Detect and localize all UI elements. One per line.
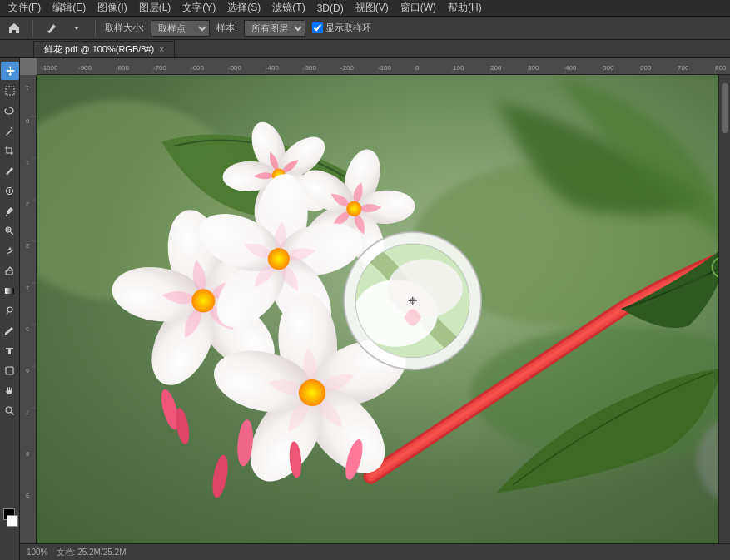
svg-text:-900: -900	[78, 64, 92, 72]
home-icon[interactable]	[5, 19, 23, 37]
menu-file[interactable]: 文件(F)	[3, 0, 46, 17]
svg-point-9	[6, 407, 12, 413]
eyedropper-tool[interactable]	[1, 161, 19, 180]
main-area: -1000 -900 -800 -700 -600 -500 -400 -300…	[0, 58, 730, 560]
sample-label: 样本:	[216, 22, 237, 34]
divider2	[95, 20, 96, 37]
zoom-tool[interactable]	[1, 401, 19, 419]
svg-text:3: 3	[26, 243, 29, 249]
scrollbar-thumb-v[interactable]	[722, 83, 728, 133]
svg-text:-600: -600	[191, 64, 205, 72]
svg-point-2	[7, 173, 8, 175]
history-brush-tool[interactable]	[1, 241, 19, 260]
svg-text:-300: -300	[303, 64, 317, 72]
show-ring-label: 显示取样环	[325, 22, 371, 34]
svg-point-0	[48, 31, 50, 32]
svg-text:1: 1	[26, 160, 29, 166]
tab-close-button[interactable]: ×	[159, 45, 164, 54]
svg-rect-5	[6, 270, 12, 275]
svg-text:400: 400	[565, 64, 577, 72]
gradient-tool[interactable]	[1, 281, 19, 300]
eyedropper-icon[interactable]	[42, 19, 61, 37]
options-toggle-icon[interactable]	[67, 19, 86, 37]
size-label: 取样大小:	[105, 22, 144, 34]
svg-text:100: 100	[453, 64, 464, 72]
canvas-area: -1000 -900 -800 -700 -600 -500 -400 -300…	[20, 58, 730, 560]
show-ring-checkbox[interactable]	[312, 22, 323, 33]
svg-text:-1: -1	[26, 85, 31, 91]
svg-text:6: 6	[26, 368, 29, 374]
menu-image[interactable]: 图像(I)	[92, 0, 132, 17]
magic-wand-tool[interactable]	[1, 121, 19, 140]
menu-filter[interactable]: 滤镜(T)	[267, 0, 310, 17]
svg-text:600: 600	[640, 64, 652, 72]
divider	[32, 20, 33, 37]
svg-text:-400: -400	[266, 64, 280, 72]
status-bar: 100% 文档: 25.2M/25.2M	[20, 543, 730, 560]
svg-text:5: 5	[26, 326, 29, 332]
color-swatch[interactable]	[2, 508, 18, 535]
menu-text[interactable]: 文字(Y)	[177, 0, 221, 17]
svg-text:800: 800	[715, 64, 727, 72]
background-color[interactable]	[7, 515, 18, 527]
show-ring-wrap: 显示取样环	[312, 22, 371, 34]
svg-text:7: 7	[26, 409, 29, 415]
zoom-level: 100%	[27, 548, 48, 557]
sample-select[interactable]: 所有图层 当前图层	[244, 20, 305, 37]
menu-3d[interactable]: 3D(D)	[312, 1, 349, 16]
size-select[interactable]: 取样点 3×3平均 5×5平均	[151, 20, 210, 37]
heal-tool[interactable]	[1, 181, 19, 200]
lasso-tool[interactable]	[1, 102, 19, 120]
move-tool[interactable]	[1, 62, 19, 80]
dodge-tool[interactable]	[1, 301, 19, 320]
crop-tool[interactable]	[1, 141, 19, 160]
vertical-ruler: -1 0 1 2 3 4 5 6 7 8 9	[20, 75, 37, 560]
svg-text:2: 2	[26, 201, 29, 207]
svg-text:500: 500	[603, 64, 614, 72]
options-bar: 取样大小: 取样点 3×3平均 5×5平均 样本: 所有图层 当前图层 显示取样…	[0, 17, 730, 40]
svg-text:-700: -700	[153, 64, 167, 72]
svg-text:9: 9	[26, 493, 29, 498]
left-toolbar	[0, 58, 20, 560]
menu-select[interactable]: 选择(S)	[222, 0, 266, 17]
svg-text:4: 4	[26, 285, 29, 290]
svg-text:200: 200	[490, 64, 502, 72]
image-canvas	[37, 75, 730, 543]
svg-point-7	[7, 307, 12, 312]
svg-text:8: 8	[26, 451, 29, 457]
shape-tool[interactable]	[1, 361, 19, 379]
hand-tool[interactable]	[1, 381, 19, 399]
menu-bar: 文件(F) 编辑(E) 图像(I) 图层(L) 文字(Y) 选择(S) 滤镜(T…	[0, 0, 730, 17]
svg-text:-800: -800	[116, 64, 130, 72]
svg-rect-6	[5, 288, 14, 294]
horizontal-ruler: -1000 -900 -800 -700 -600 -500 -400 -300…	[37, 58, 730, 75]
svg-text:300: 300	[528, 64, 539, 72]
svg-text:0: 0	[26, 118, 29, 124]
svg-point-112	[388, 259, 463, 317]
document-tab[interactable]: 鲜花.pdf @ 100%(RGB/8#) ×	[33, 41, 175, 57]
menu-edit[interactable]: 编辑(E)	[47, 0, 91, 17]
svg-text:0: 0	[415, 64, 420, 72]
svg-text:-100: -100	[378, 64, 392, 72]
tab-bar: 鲜花.pdf @ 100%(RGB/8#) ×	[0, 40, 730, 58]
marquee-tool[interactable]	[1, 82, 19, 100]
pen-tool[interactable]	[1, 321, 19, 339]
document-info: 文档: 25.2M/25.2M	[57, 547, 127, 558]
menu-window[interactable]: 窗口(W)	[395, 0, 441, 17]
menu-layer[interactable]: 图层(L)	[134, 0, 176, 17]
brush-tool[interactable]	[1, 201, 19, 220]
tab-title: 鲜花.pdf @ 100%(RGB/8#)	[44, 43, 154, 56]
svg-text:-500: -500	[228, 64, 242, 72]
clone-tool[interactable]	[1, 221, 19, 240]
vertical-scrollbar[interactable]	[718, 75, 730, 548]
svg-text:-1000: -1000	[41, 64, 58, 72]
svg-rect-8	[6, 367, 13, 374]
flower-image	[37, 75, 730, 543]
eraser-tool[interactable]	[1, 261, 19, 280]
menu-help[interactable]: 帮助(H)	[443, 0, 487, 17]
svg-rect-1	[6, 87, 14, 95]
menu-view[interactable]: 视图(V)	[350, 0, 394, 17]
text-tool[interactable]	[1, 341, 19, 359]
svg-text:-200: -200	[340, 64, 355, 72]
svg-text:700: 700	[678, 64, 689, 72]
